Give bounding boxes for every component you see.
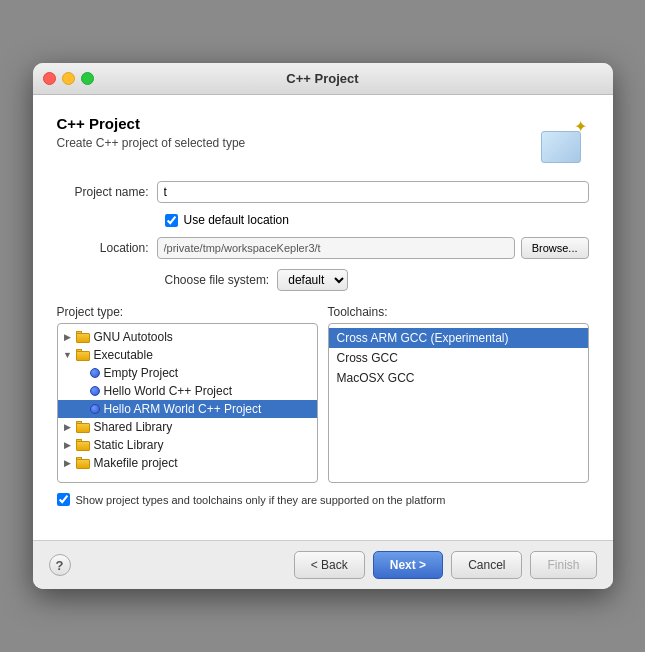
header-text: C++ Project Create C++ project of select… bbox=[57, 115, 246, 150]
arrow-icon: ▶ bbox=[62, 422, 74, 432]
back-button[interactable]: < Back bbox=[294, 551, 365, 579]
tree-item-static-library[interactable]: ▶ Static Library bbox=[58, 436, 317, 454]
toolchain-item-cross-arm[interactable]: Cross ARM GCC (Experimental) bbox=[329, 328, 588, 348]
location-row: Location: Browse... bbox=[57, 237, 589, 259]
project-name-label: Project name: bbox=[57, 185, 157, 199]
tree-item-hello-world[interactable]: Hello World C++ Project bbox=[58, 382, 317, 400]
tree-label: Executable bbox=[94, 348, 153, 362]
folder-icon bbox=[76, 439, 90, 451]
tree-item-executable[interactable]: ▼ Executable bbox=[58, 346, 317, 364]
dialog-title: C++ Project bbox=[57, 115, 246, 132]
filesystem-row: Choose file system: default bbox=[165, 269, 589, 291]
folder-icon bbox=[76, 349, 90, 361]
platform-checkbox-row: Show project types and toolchains only i… bbox=[57, 493, 589, 506]
location-input[interactable] bbox=[157, 237, 515, 259]
default-location-checkbox[interactable] bbox=[165, 214, 178, 227]
default-location-label[interactable]: Use default location bbox=[184, 213, 289, 227]
filesystem-label: Choose file system: bbox=[165, 273, 270, 287]
two-pane: Project type: ▶ GNU Autotools ▼ Executab… bbox=[57, 305, 589, 483]
toolchain-item-cross-gcc[interactable]: Cross GCC bbox=[329, 348, 588, 368]
folder-icon bbox=[76, 457, 90, 469]
title-bar: C++ Project bbox=[33, 63, 613, 95]
nav-buttons: < Back Next > Cancel Finish bbox=[294, 551, 597, 579]
main-window: C++ Project C++ Project Create C++ proje… bbox=[33, 63, 613, 589]
project-type-pane: Project type: ▶ GNU Autotools ▼ Executab… bbox=[57, 305, 318, 483]
dialog-header: C++ Project Create C++ project of select… bbox=[57, 115, 589, 163]
toolchains-pane: Toolchains: Cross ARM GCC (Experimental)… bbox=[328, 305, 589, 483]
cancel-button[interactable]: Cancel bbox=[451, 551, 522, 579]
arrow-icon: ▶ bbox=[62, 440, 74, 450]
tree-label: Static Library bbox=[94, 438, 164, 452]
tree-item-hello-arm[interactable]: Hello ARM World C++ Project bbox=[58, 400, 317, 418]
arrow-icon: ▶ bbox=[62, 332, 74, 342]
project-type-tree: ▶ GNU Autotools ▼ Executable Emp bbox=[57, 323, 318, 483]
folder-icon bbox=[76, 331, 90, 343]
header-icon: ✦ bbox=[541, 115, 589, 163]
tree-item-makefile[interactable]: ▶ Makefile project bbox=[58, 454, 317, 472]
maximize-button[interactable] bbox=[81, 72, 94, 85]
next-button[interactable]: Next > bbox=[373, 551, 443, 579]
platform-checkbox-label: Show project types and toolchains only i… bbox=[76, 494, 446, 506]
toolchain-item-macosx-gcc[interactable]: MacOSX GCC bbox=[329, 368, 588, 388]
project-name-input[interactable] bbox=[157, 181, 589, 203]
tree-item-gnu-autotools[interactable]: ▶ GNU Autotools bbox=[58, 328, 317, 346]
tree-label: Makefile project bbox=[94, 456, 178, 470]
bullet-icon bbox=[90, 404, 100, 414]
toolchains-list: Cross ARM GCC (Experimental) Cross GCC M… bbox=[328, 323, 589, 483]
tree-item-shared-library[interactable]: ▶ Shared Library bbox=[58, 418, 317, 436]
close-button[interactable] bbox=[43, 72, 56, 85]
arrow-icon: ▶ bbox=[62, 458, 74, 468]
tree-label: Empty Project bbox=[104, 366, 179, 380]
bullet-icon bbox=[90, 368, 100, 378]
traffic-lights bbox=[43, 72, 94, 85]
project-type-label: Project type: bbox=[57, 305, 318, 319]
dialog-content: C++ Project Create C++ project of select… bbox=[33, 95, 613, 540]
tree-label: GNU Autotools bbox=[94, 330, 173, 344]
tree-label: Hello World C++ Project bbox=[104, 384, 233, 398]
arrow-icon: ▼ bbox=[62, 350, 74, 360]
button-bar: ? < Back Next > Cancel Finish bbox=[33, 540, 613, 589]
folder-icon bbox=[76, 421, 90, 433]
bullet-icon bbox=[90, 386, 100, 396]
tree-label: Hello ARM World C++ Project bbox=[104, 402, 262, 416]
dialog-subtitle: Create C++ project of selected type bbox=[57, 136, 246, 150]
location-label: Location: bbox=[57, 241, 157, 255]
minimize-button[interactable] bbox=[62, 72, 75, 85]
project-name-row: Project name: bbox=[57, 181, 589, 203]
toolchains-label: Toolchains: bbox=[328, 305, 589, 319]
default-location-row: Use default location bbox=[165, 213, 589, 227]
tree-item-empty-project[interactable]: Empty Project bbox=[58, 364, 317, 382]
browse-button[interactable]: Browse... bbox=[521, 237, 589, 259]
help-button[interactable]: ? bbox=[49, 554, 71, 576]
tree-label: Shared Library bbox=[94, 420, 173, 434]
platform-checkbox[interactable] bbox=[57, 493, 70, 506]
filesystem-select[interactable]: default bbox=[277, 269, 348, 291]
finish-button[interactable]: Finish bbox=[530, 551, 596, 579]
sparkle-icon: ✦ bbox=[574, 117, 587, 136]
window-title: C++ Project bbox=[286, 71, 358, 86]
